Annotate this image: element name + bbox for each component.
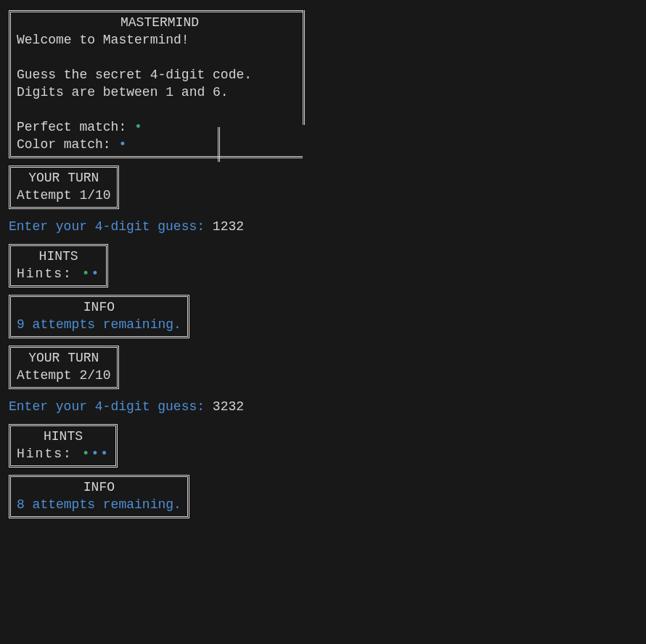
turn-title: YOUR TURN bbox=[17, 169, 111, 187]
info-text: 9 attempts remaining. bbox=[17, 316, 181, 333]
perfect-match-label: Perfect match: bbox=[17, 120, 134, 134]
guess-prompt: Enter your 4-digit guess: bbox=[9, 219, 213, 234]
hints-line: Hints: •• bbox=[17, 265, 100, 282]
perfect-match-line: Perfect match: • bbox=[17, 118, 303, 136]
hints-perfect-dots: • bbox=[82, 266, 91, 281]
hints-label: Hints: bbox=[17, 266, 82, 281]
guess-value: 3232 bbox=[213, 399, 244, 414]
intro-welcome: Welcome to Mastermind! bbox=[17, 31, 303, 49]
info-text: 8 attempts remaining. bbox=[17, 496, 181, 513]
perfect-dot-icon: • bbox=[134, 120, 142, 134]
guess-prompt-line[interactable]: Enter your 4-digit guess: 3232 bbox=[9, 398, 637, 415]
intro-line2: Digits are between 1 and 6. bbox=[17, 83, 303, 101]
hints-title: HINTS bbox=[17, 248, 100, 265]
color-dot-icon: • bbox=[118, 137, 126, 152]
intro-line1: Guess the secret 4-digit code. bbox=[17, 66, 303, 83]
turn-title: YOUR TURN bbox=[17, 349, 111, 367]
hints-color-dots: • bbox=[91, 266, 100, 281]
info-title: INFO bbox=[17, 478, 181, 496]
info-panel: INFO 8 attempts remaining. bbox=[9, 475, 189, 518]
hints-title: HINTS bbox=[17, 428, 110, 445]
info-panel: INFO 9 attempts remaining. bbox=[9, 295, 189, 338]
attempt-label: Attempt 1/10 bbox=[17, 187, 111, 204]
guess-prompt-line[interactable]: Enter your 4-digit guess: 1232 bbox=[9, 218, 637, 235]
color-match-line: Color match: • bbox=[17, 136, 303, 153]
attempt-label: Attempt 2/10 bbox=[17, 367, 111, 384]
hints-panel: HINTS Hints: •• bbox=[9, 244, 108, 288]
guess-value: 1232 bbox=[213, 219, 244, 234]
hints-panel: HINTS Hints: ••• bbox=[9, 424, 118, 468]
hints-color-dots: •• bbox=[91, 447, 110, 461]
hints-label: Hints: bbox=[17, 447, 82, 461]
intro-panel: MASTERMIND Welcome to Mastermind! Guess … bbox=[9, 10, 303, 158]
info-title: INFO bbox=[17, 298, 181, 316]
hints-perfect-dots: • bbox=[82, 447, 91, 461]
turn-panel: YOUR TURN Attempt 1/10 bbox=[9, 166, 119, 209]
hints-line: Hints: ••• bbox=[17, 445, 110, 462]
color-match-label: Color match: bbox=[17, 137, 118, 152]
guess-prompt: Enter your 4-digit guess: bbox=[9, 399, 213, 414]
turn-panel: YOUR TURN Attempt 2/10 bbox=[9, 346, 119, 389]
intro-title: MASTERMIND bbox=[17, 14, 303, 31]
